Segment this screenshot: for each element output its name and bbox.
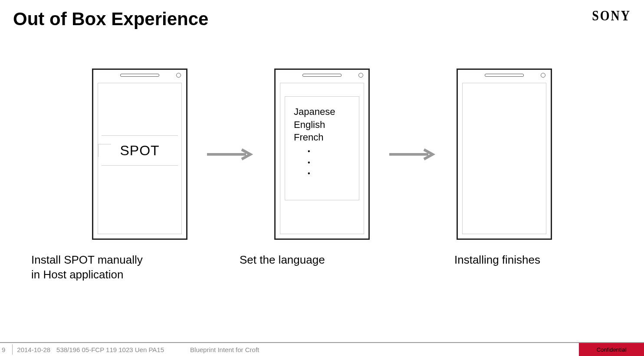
lang-option: English bbox=[294, 118, 350, 131]
footer-docid: 538/196 05-FCP 119 1023 Uen PA15 bbox=[56, 346, 164, 353]
footer: 9 2014-10-28 538/196 05-FCP 119 1023 Uen… bbox=[0, 342, 644, 356]
phone-screen-3 bbox=[462, 83, 546, 234]
caption-1: Install SPOT manually in Host applicatio… bbox=[31, 253, 148, 282]
camera-icon bbox=[358, 73, 363, 78]
lang-more-dots: ••• bbox=[294, 144, 350, 179]
lang-option: French bbox=[294, 131, 350, 144]
spot-label: SPOT bbox=[120, 143, 159, 159]
caption-3: Installing finishes bbox=[454, 253, 559, 282]
speaker-icon bbox=[120, 74, 159, 77]
caption-2: Set the language bbox=[240, 253, 352, 282]
language-list: Japanese English French ••• bbox=[285, 97, 359, 179]
speaker-icon bbox=[485, 74, 524, 77]
page-number: 9 bbox=[0, 346, 10, 353]
phone-mockup-3 bbox=[457, 69, 552, 240]
language-list-box: Japanese English French ••• bbox=[285, 96, 359, 200]
footer-separator bbox=[12, 344, 13, 355]
lang-option: Japanese bbox=[294, 105, 350, 118]
camera-icon bbox=[541, 73, 545, 78]
arrow-right-icon bbox=[387, 148, 439, 161]
spot-badge: SPOT bbox=[102, 135, 178, 166]
phone-mockup-2: Japanese English French ••• bbox=[274, 69, 370, 240]
arrow-right-icon bbox=[205, 148, 257, 161]
step-2: Japanese English French ••• bbox=[274, 69, 370, 240]
confidential-badge: Confidential bbox=[579, 343, 644, 356]
page-title: Out of Box Experience bbox=[13, 9, 208, 29]
phone-mockup-1: SPOT bbox=[92, 69, 187, 240]
steps-row: SPOT Japanese English French bbox=[0, 69, 644, 240]
camera-icon bbox=[176, 73, 181, 78]
sony-logo: SONY bbox=[592, 7, 631, 24]
footer-blueprint: Blueprint Intent for Croft bbox=[190, 346, 259, 353]
phone-screen-2: Japanese English French ••• bbox=[280, 83, 364, 234]
captions: Install SPOT manually in Host applicatio… bbox=[0, 253, 644, 282]
step-1: SPOT bbox=[92, 69, 187, 240]
phone-screen-1: SPOT bbox=[98, 83, 182, 234]
speaker-icon bbox=[302, 74, 342, 77]
step-3 bbox=[457, 69, 552, 240]
footer-date: 2014-10-28 bbox=[17, 346, 50, 353]
